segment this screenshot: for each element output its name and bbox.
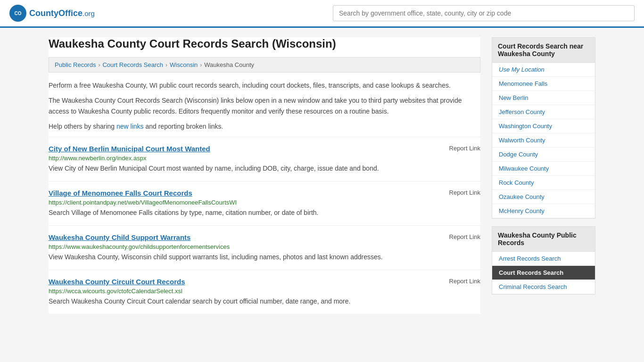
report-link-0[interactable]: Report Link	[449, 145, 480, 152]
logo[interactable]: CO CountyOffice.org	[9, 5, 95, 22]
public-records-link-1[interactable]: Court Records Search	[492, 266, 595, 280]
nearby-link-7[interactable]: Milwaukee County	[492, 162, 595, 176]
report-link-1[interactable]: Report Link	[449, 189, 480, 196]
record-desc-0: View City of New Berlin Municipal Court …	[49, 164, 480, 173]
header: CO CountyOffice.org	[0, 0, 644, 28]
nearby-link-0[interactable]: Use My Location	[492, 63, 595, 77]
breadcrumb-public-records[interactable]: Public Records	[55, 61, 96, 68]
nearby-header: Court Records Search near Waukesha Count…	[492, 38, 595, 63]
nearby-link-8[interactable]: Rock County	[492, 176, 595, 190]
public-records-header: Waukesha County Public Records	[492, 227, 595, 252]
desc-para1: Perform a free Waukesha County, WI publi…	[49, 80, 480, 90]
record-title-2[interactable]: Waukesha County Child Support Warrants	[49, 233, 190, 241]
nearby-link-1[interactable]: Menomonee Falls	[492, 77, 595, 91]
new-links-link[interactable]: new links	[116, 123, 144, 130]
sidebar: Court Records Search near Waukesha Count…	[492, 37, 595, 314]
record-item: City of New Berlin Municipal Court Most …	[49, 137, 480, 181]
records-list: City of New Berlin Municipal Court Most …	[49, 137, 480, 314]
breadcrumb: Public Records › Court Records Search › …	[49, 57, 480, 73]
logo-icon: CO	[9, 5, 26, 22]
record-item: Waukesha County Child Support Warrants R…	[49, 225, 480, 270]
public-records-link-0[interactable]: Arrest Records Search	[492, 252, 595, 266]
main-container: Waukesha County Court Records Search (Wi…	[39, 28, 605, 323]
record-url-0[interactable]: http://www.newberlin.org/index.aspx	[49, 155, 480, 162]
nearby-link-3[interactable]: Jefferson County	[492, 105, 595, 119]
nearby-link-9[interactable]: Ozaukee County	[492, 190, 595, 204]
desc-para3: Help others by sharing new links and rep…	[49, 121, 480, 132]
desc-para2: The Waukesha County Court Records Search…	[49, 95, 480, 116]
nearby-section: Court Records Search near Waukesha Count…	[492, 37, 595, 219]
record-item: Village of Menomonee Falls Court Records…	[49, 181, 480, 225]
search-input[interactable]	[333, 5, 635, 21]
record-title-3[interactable]: Waukesha County Circuit Court Records	[49, 278, 185, 286]
breadcrumb-current: Waukesha County	[204, 61, 254, 68]
page-title: Waukesha County Court Records Search (Wi…	[49, 37, 480, 50]
record-url-1[interactable]: https://client.pointandpay.net/web/Villa…	[49, 199, 480, 206]
record-item: Waukesha County Circuit Court Records Re…	[49, 270, 480, 314]
public-records-section: Waukesha County Public Records Arrest Re…	[492, 226, 595, 295]
nearby-link-6[interactable]: Dodge County	[492, 148, 595, 162]
record-title-1[interactable]: Village of Menomonee Falls Court Records	[49, 189, 192, 197]
record-desc-2: View Waukesha County, Wisconsin child su…	[49, 252, 480, 262]
record-title-0[interactable]: City of New Berlin Municipal Court Most …	[49, 145, 210, 153]
record-url-3[interactable]: https://wcca.wicourts.gov/ctofcCalendarS…	[49, 288, 480, 295]
nearby-link-2[interactable]: New Berlin	[492, 91, 595, 105]
record-desc-1: Search Village of Menomonee Falls citati…	[49, 208, 480, 218]
breadcrumb-court-records[interactable]: Court Records Search	[102, 61, 163, 68]
nearby-link-5[interactable]: Walworth County	[492, 133, 595, 148]
record-desc-3: Search Waukesha County Circuit Court cal…	[49, 296, 480, 306]
svg-text:CO: CO	[15, 11, 22, 16]
nearby-links: Use My LocationMenomonee FallsNew Berlin…	[492, 63, 595, 218]
public-records-link-2[interactable]: Criminal Records Search	[492, 280, 595, 294]
breadcrumb-wisconsin[interactable]: Wisconsin	[170, 61, 198, 68]
nearby-link-10[interactable]: McHenry County	[492, 204, 595, 218]
nearby-link-4[interactable]: Washington County	[492, 119, 595, 133]
report-link-2[interactable]: Report Link	[449, 233, 480, 240]
content-area: Waukesha County Court Records Search (Wi…	[49, 37, 480, 314]
report-link-3[interactable]: Report Link	[449, 278, 480, 285]
record-url-2[interactable]: https://www.waukeshacounty.gov/childsupp…	[49, 243, 480, 250]
public-records-links: Arrest Records SearchCourt Records Searc…	[492, 252, 595, 294]
search-bar	[333, 5, 635, 21]
logo-text: CountyOffice.org	[29, 8, 95, 18]
